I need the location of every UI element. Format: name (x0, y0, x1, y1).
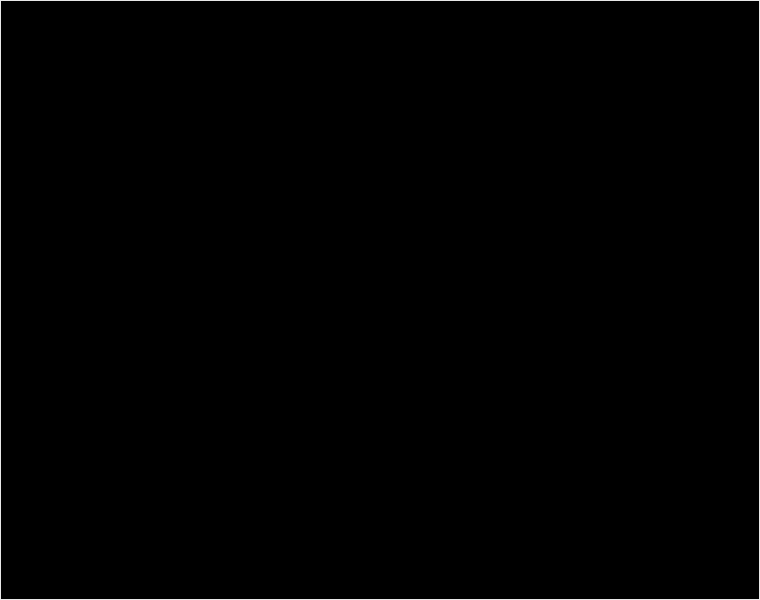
astrolog-window (0, 0, 760, 600)
app-title (604, 4, 759, 15)
astro-wheel (1, 1, 602, 599)
chart-header (604, 4, 759, 15)
info-panel (604, 1, 759, 599)
